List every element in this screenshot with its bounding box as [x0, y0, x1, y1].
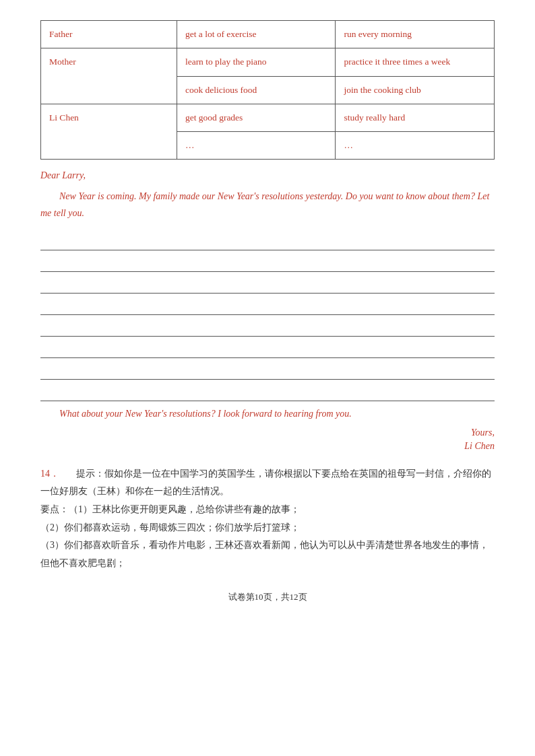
writing-line[interactable]: [40, 296, 495, 315]
writing-lines: [40, 232, 495, 401]
letter-body: New Year is coming. My family made our N…: [40, 188, 495, 221]
question-14: 14． 提示：假如你是一位在中国学习的英国学生，请你根据以下要点给在英国的祖母写…: [40, 465, 495, 573]
goal-mother-1: learn to play the piano: [177, 48, 336, 76]
resolutions-table: Father get a lot of exercise run every m…: [40, 20, 495, 160]
page-footer: 试卷第10页，共12页: [40, 591, 495, 603]
plan-lichen-1: study really hard: [336, 104, 495, 131]
question-intro-text: 提示：假如你是一位在中国学习的英国学生，请你根据以下要点给在英国的祖母写一封信，…: [40, 469, 491, 497]
letter-section: Dear Larry, New Year is coming. My famil…: [40, 170, 495, 452]
letter-name: Li Chen: [40, 441, 495, 452]
question-point-3: （3）你们都喜欢听音乐，看动作片电影，王林还喜欢看新闻，他认为可以从中弄清楚世界…: [40, 537, 495, 572]
goal-mother-2: cook delicious food: [177, 76, 336, 104]
question-intro: 14． 提示：假如你是一位在中国学习的英国学生，请你根据以下要点给在英国的祖母写…: [40, 465, 495, 501]
writing-line[interactable]: [40, 253, 495, 272]
question-number: 14．: [40, 469, 59, 479]
goal-lichen-1: get good grades: [177, 104, 336, 131]
plan-mother-1: practice it three times a week: [336, 48, 495, 76]
writing-line[interactable]: [40, 232, 495, 250]
writing-line[interactable]: [40, 275, 495, 294]
letter-salutation: Dear Larry,: [40, 170, 495, 181]
letter-yours: Yours,: [40, 427, 495, 438]
plan-father: run every morning: [336, 21, 495, 48]
plan-lichen-2: …: [336, 132, 495, 160]
letter-closing-line: What about your New Year's resolutions? …: [40, 405, 495, 422]
writing-line[interactable]: [40, 339, 495, 358]
goal-father: get a lot of exercise: [177, 21, 336, 48]
table-row-mother-1: Mother learn to play the piano practice …: [41, 48, 495, 76]
table-row-father: Father get a lot of exercise run every m…: [41, 21, 495, 48]
writing-line[interactable]: [40, 382, 495, 401]
writing-line[interactable]: [40, 318, 495, 337]
person-father: Father: [41, 21, 177, 48]
person-lichen: Li Chen: [41, 104, 177, 160]
table-row-lichen-1: Li Chen get good grades study really har…: [41, 104, 495, 131]
goal-lichen-2: …: [177, 132, 336, 160]
person-mother: Mother: [41, 48, 177, 104]
page-number: 试卷第10页，共12页: [228, 592, 307, 602]
plan-mother-2: join the cooking club: [336, 76, 495, 104]
writing-line[interactable]: [40, 361, 495, 380]
question-point-1: 要点：（1）王林比你更开朗更风趣，总给你讲些有趣的故事；: [40, 501, 495, 519]
question-point-2: （2）你们都喜欢运动，每周锻炼三四次；你们放学后打篮球；: [40, 519, 495, 537]
